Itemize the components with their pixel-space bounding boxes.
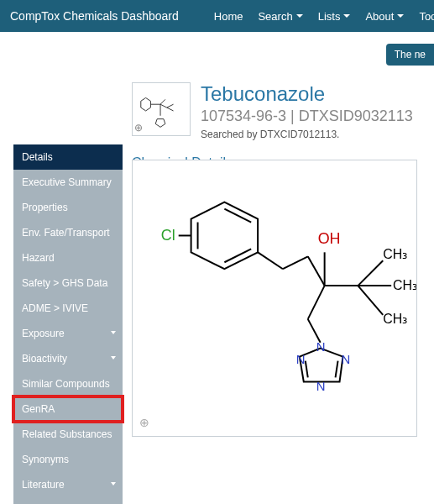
svg-line-24 [336,361,338,378]
sidebar-item-label: Executive Summary [22,176,112,188]
sidebar-item-env-fate-transport[interactable]: Env. Fate/Transport [13,220,123,245]
svg-marker-8 [191,202,259,270]
svg-line-18 [358,260,383,286]
sidebar-item-label: Env. Fate/Transport [22,227,110,239]
nav-about[interactable]: About [365,10,404,23]
sidebar-item-synonyms[interactable]: Synonyms [13,447,123,472]
sidebar-item-label: Safety > GHS Data [22,277,107,289]
nav-home[interactable]: Home [214,10,243,23]
sidebar-item-hazard[interactable]: Hazard [13,245,123,270]
oh-label: OH [318,230,341,247]
searched-by: Searched by DTXCID7012113. [201,129,413,140]
sidebar-item-properties[interactable]: Properties [13,195,123,220]
nav-tools[interactable]: Tools [419,10,434,23]
sidebar-item-label: Properties [22,202,68,213]
chemical-name: Tebuconazole [201,82,413,106]
sidebar-item-related-substances[interactable]: Related Substances [13,422,123,447]
sidebar-item-label: Similar Compounds [22,378,110,390]
sidebar-item-label: Hazard [22,252,55,264]
chevron-down-icon [111,331,116,334]
brand[interactable]: CompTox Chemicals Dashboard [10,9,179,23]
sidebar-item-links[interactable]: Links [13,497,123,504]
svg-marker-0 [141,97,151,111]
zoom-icon[interactable]: ⊕ [139,416,149,429]
svg-line-13 [258,252,283,269]
cl-label: Cl [161,227,175,244]
sidebar-item-label: Literature [22,479,65,491]
svg-line-4 [167,104,174,108]
sidebar-item-label: Related Substances [22,428,112,440]
structure-thumbnail[interactable]: ⊕ [132,82,191,136]
svg-line-2 [160,99,165,104]
sidebar-item-label: Exposure [22,328,65,339]
svg-marker-7 [155,119,165,128]
svg-line-11 [224,249,251,262]
svg-line-5 [167,108,174,111]
nav-search[interactable]: Search [258,10,302,23]
sidebar-item-adme-ivive[interactable]: ADME > IVIVE [13,296,123,321]
chemical-ids: 107534-96-3 | DTXSID9032113 [201,108,413,125]
title-block: Tebuconazole 107534-96-3 | DTXSID9032113… [201,82,413,140]
svg-line-21 [308,286,325,319]
sidebar-item-label: Synonyms [22,454,69,465]
chevron-down-icon [111,482,116,486]
n-label: N [316,380,326,393]
sidebar-item-similar-compounds[interactable]: Similar Compounds [13,371,123,396]
sidebar-item-bioactivity[interactable]: Bioactivity [13,346,123,371]
n-label: N [342,353,351,366]
sidebar-item-exposure[interactable]: Exposure [13,321,123,346]
sidebar: DetailsExecutive SummaryPropertiesEnv. F… [13,144,123,504]
n-label: N [296,353,306,366]
svg-line-10 [224,209,251,223]
chemical-header: ⊕ Tebuconazole 107534-96-3 | DTXSID90321… [132,82,434,140]
sidebar-item-label: ADME > IVIVE [22,302,88,314]
nav-lists[interactable]: Lists [318,10,351,23]
sidebar-item-label: Bioactivity [22,353,67,365]
svg-line-3 [160,104,167,108]
sidebar-item-label: GenRA [22,403,55,415]
sidebar-item-label: Details [22,151,53,163]
n-label: N [316,340,326,354]
structure-panel: Cl OH CH₃ CH₃ CH₃ N N N N ⊕ [132,160,417,437]
svg-line-25 [306,361,308,378]
chevron-down-icon [397,14,404,18]
sidebar-item-literature[interactable]: Literature [13,472,123,497]
sidebar-item-genra[interactable]: GenRA [13,396,123,422]
zoom-icon[interactable]: ⊕ [134,122,143,134]
svg-line-14 [283,256,308,269]
chevron-down-icon [296,14,303,18]
ch3-label-2: CH₃ [393,278,416,292]
sidebar-item-details[interactable]: Details [13,144,123,170]
chevron-down-icon [343,14,350,18]
navbar: CompTox Chemicals Dashboard Home Search … [0,0,434,32]
sidebar-item-safety-ghs-data[interactable]: Safety > GHS Data [13,270,123,296]
svg-line-20 [358,286,383,315]
svg-line-22 [308,319,321,343]
ch3-label-1: CH₃ [383,247,407,261]
ch3-label-3: CH₃ [383,312,407,326]
sidebar-item-executive-summary[interactable]: Executive Summary [13,170,123,195]
news-pill[interactable]: The ne [386,44,434,66]
svg-line-15 [308,256,325,286]
chevron-down-icon [111,356,116,360]
